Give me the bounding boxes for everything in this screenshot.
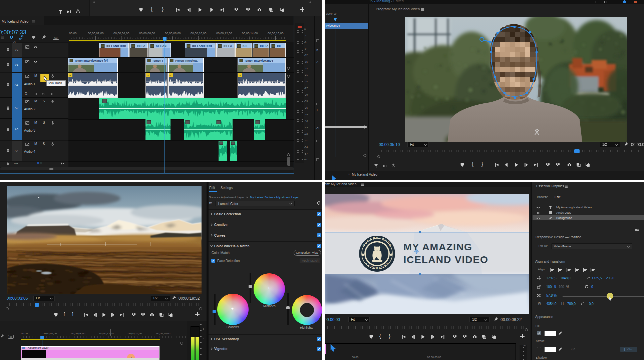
svg-text:fx: fx (69, 74, 71, 77)
svg-text:ICELA: ICELA (260, 44, 269, 48)
svg-text:Y: Y (376, 236, 378, 240)
svg-text:Tymon I: Tymon I (152, 59, 163, 62)
svg-text:ICELA: ICELA (224, 44, 232, 48)
svg-text:ICE: ICE (277, 44, 282, 48)
svg-text:fx: fx (239, 74, 241, 77)
svg-text:MY AMAZING: MY AMAZING (403, 241, 472, 252)
svg-text:ICELAND DRO: ICELAND DRO (106, 44, 126, 48)
svg-text:D: D (376, 266, 378, 270)
svg-text:fx: fx (170, 74, 172, 77)
svg-text:KEL: KEL (243, 44, 248, 48)
svg-text:Tymon Interview.mp4: Tymon Interview.mp4 (244, 59, 273, 62)
svg-text:ICELA: ICELA (137, 44, 145, 48)
svg-text:ICELAND DRO: ICELAND DRO (192, 44, 212, 48)
svg-text:ICELAND VIDEO: ICELAND VIDEO (403, 254, 489, 265)
svg-text:Tymon Interview.: Tymon Interview. (175, 59, 198, 62)
svg-text:Tymon Interview.mp4 [V]: Tymon Interview.mp4 [V] (74, 59, 108, 62)
svg-text:fx: fx (147, 74, 149, 77)
